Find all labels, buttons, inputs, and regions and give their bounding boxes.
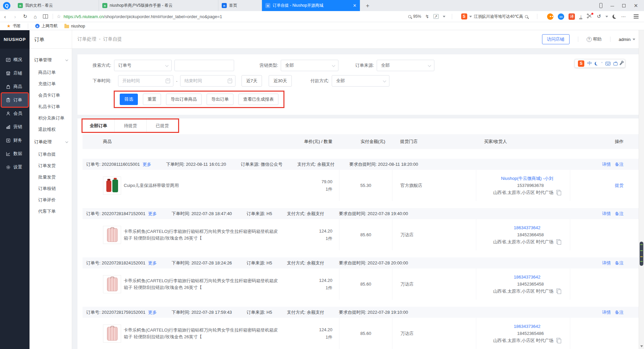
copy-icon[interactable]: [556, 190, 561, 195]
reading-panels-icon[interactable]: [40, 14, 50, 19]
search-box[interactable]: S 江浙皖川渝等地可达40℃高: [459, 13, 531, 19]
chevron-down-icon[interactable]: [605, 16, 608, 17]
download-icon[interactable]: ↓: [579, 14, 582, 19]
keyword-input[interactable]: [174, 60, 234, 71]
share-icon[interactable]: ↗: [433, 14, 439, 19]
nav-item[interactable]: 营销: [2, 120, 28, 134]
home-icon[interactable]: ⌂: [30, 14, 40, 19]
breadcrumb-section[interactable]: 订单处理: [77, 36, 96, 42]
translate-icon[interactable]: 译: [569, 13, 575, 20]
zoom-level[interactable]: 95%: [413, 14, 421, 19]
user-menu[interactable]: admin: [619, 37, 635, 42]
nav-item[interactable]: 财务: [2, 134, 28, 147]
last-30-days-button[interactable]: 近30天: [269, 75, 291, 87]
bookmark-item[interactable]: e上网导航: [33, 23, 60, 29]
nav-item[interactable]: 设置: [2, 160, 28, 174]
last-7-days-button[interactable]: 近7天: [241, 75, 262, 87]
bookmark-folder[interactable]: niushop: [62, 24, 87, 29]
browser-tab[interactable]: n niushop单商户V5版操作手册 - 看云: [99, 0, 218, 11]
tab-close-icon[interactable]: ✕: [353, 3, 357, 8]
filter-action-button[interactable]: 重置: [143, 94, 161, 105]
scrollbar-thumb[interactable]: [640, 242, 643, 266]
buyer-name-link[interactable]: Niushop(牛云微商城) -小刘: [501, 175, 553, 182]
submenu-item[interactable]: 礼品卡订单: [30, 101, 72, 112]
order-more-link[interactable]: 更多: [143, 162, 151, 167]
soft-keyboard-icon[interactable]: [605, 62, 610, 65]
order-more-link[interactable]: 更多: [148, 310, 157, 315]
nav-item[interactable]: 店铺: [2, 66, 28, 80]
menu-icon[interactable]: [634, 13, 639, 19]
close-window-icon[interactable]: ✕: [634, 4, 638, 7]
submenu-item[interactable]: 积分兑换订单: [30, 112, 72, 124]
nav-item[interactable]: 订单: [2, 93, 28, 107]
bookmarks-button[interactable]: ★书签: [5, 23, 23, 29]
order-detail-link[interactable]: 详情: [602, 161, 611, 167]
back-icon[interactable]: ‹: [0, 14, 10, 19]
ime-language-toggle[interactable]: 中: [587, 60, 592, 66]
pay-method-select[interactable]: 全部: [332, 75, 389, 87]
submenu-item[interactable]: 退款维权: [30, 124, 72, 135]
search-icon[interactable]: [525, 15, 528, 18]
marketing-type-select[interactable]: 全部: [281, 60, 338, 71]
filter-action-button[interactable]: 导出订单: [207, 94, 233, 105]
more-icon[interactable]: ⋯: [621, 14, 626, 19]
crescent-moon-icon[interactable]: [595, 62, 598, 65]
filter-action-button[interactable]: 查看已生成报表: [238, 94, 278, 105]
order-detail-link[interactable]: 详情: [602, 309, 611, 315]
order-more-link[interactable]: 更多: [148, 211, 157, 216]
submenu-item[interactable]: 批量发货: [30, 171, 72, 183]
copy-icon[interactable]: [556, 289, 561, 294]
buyer-name-link[interactable]: 18634373642: [514, 224, 541, 231]
punctuation-icon[interactable]: ’: [601, 61, 602, 66]
browser-tab[interactable]: n 首页: [218, 0, 262, 11]
visit-shop-button[interactable]: 访问店铺: [542, 34, 570, 44]
page-scrollbar[interactable]: [639, 30, 644, 349]
start-time-input[interactable]: 开始时间: [118, 75, 173, 87]
order-remark-link[interactable]: 备注: [615, 161, 624, 167]
chevron-down-icon[interactable]: [443, 16, 445, 17]
browser-logo-icon[interactable]: Q: [3, 2, 10, 9]
browser-tab[interactable]: n 我的文档 - 看云: [14, 0, 99, 11]
nav-item[interactable]: 会员: [2, 107, 28, 120]
page-zoom-icon[interactable]: [408, 15, 411, 18]
minimize-icon[interactable]: [610, 6, 614, 6]
order-remark-link[interactable]: 备注: [615, 260, 624, 266]
screenshot-scissors-icon[interactable]: [587, 13, 592, 19]
ime-logo-icon[interactable]: S: [578, 60, 584, 67]
speed-mode-icon[interactable]: ↯: [425, 14, 429, 19]
copy-icon[interactable]: [556, 239, 561, 244]
nav-item[interactable]: 数据: [2, 147, 28, 160]
filter-action-button[interactable]: 导出订单商品: [166, 94, 202, 105]
night-mode-icon[interactable]: [612, 14, 617, 19]
favorite-star-icon[interactable]: ☆: [57, 14, 61, 19]
order-more-link[interactable]: 更多: [148, 260, 157, 265]
end-time-input[interactable]: 结束时间: [180, 75, 235, 87]
wrench-icon[interactable]: [620, 61, 623, 65]
reload-icon[interactable]: ↻: [20, 13, 30, 19]
url-text[interactable]: https://v5.niuteam.cn/shop/order/pickupo…: [64, 14, 222, 19]
search-engine-icon[interactable]: S: [461, 13, 467, 19]
forward-icon[interactable]: ›: [10, 14, 20, 19]
order-status-tab[interactable]: 待提货: [114, 119, 146, 132]
submenu-item[interactable]: 订单核销: [30, 183, 72, 194]
order-status-tab[interactable]: 全部订单: [83, 119, 114, 132]
submenu-item[interactable]: 代客下单: [30, 206, 72, 217]
scroll-down-arrow-icon[interactable]: [640, 345, 643, 347]
order-detail-link[interactable]: 详情: [602, 211, 611, 217]
undo-icon[interactable]: ↺: [597, 13, 601, 19]
nav-item[interactable]: 概况: [2, 53, 28, 66]
submenu-item[interactable]: 商品订单: [30, 67, 72, 78]
submenu-item[interactable]: 订单处理: [30, 135, 72, 149]
maximize-icon[interactable]: [622, 4, 626, 7]
buyer-name-link[interactable]: 18634373642: [514, 273, 541, 281]
mobile-view-icon[interactable]: [599, 3, 602, 8]
order-status-tab[interactable]: 已提货: [146, 119, 178, 132]
submenu-item[interactable]: 充值订单: [30, 78, 72, 90]
order-detail-link[interactable]: 详情: [602, 260, 611, 266]
chevron-down-icon[interactable]: [469, 16, 472, 17]
pickup-action-link[interactable]: 提货: [615, 183, 624, 189]
order-source-select[interactable]: 全部: [377, 60, 434, 71]
new-tab-button[interactable]: ＋: [363, 2, 372, 9]
submenu-item[interactable]: 订单管理: [30, 53, 72, 67]
submenu-item[interactable]: 会员卡订单: [30, 90, 72, 101]
